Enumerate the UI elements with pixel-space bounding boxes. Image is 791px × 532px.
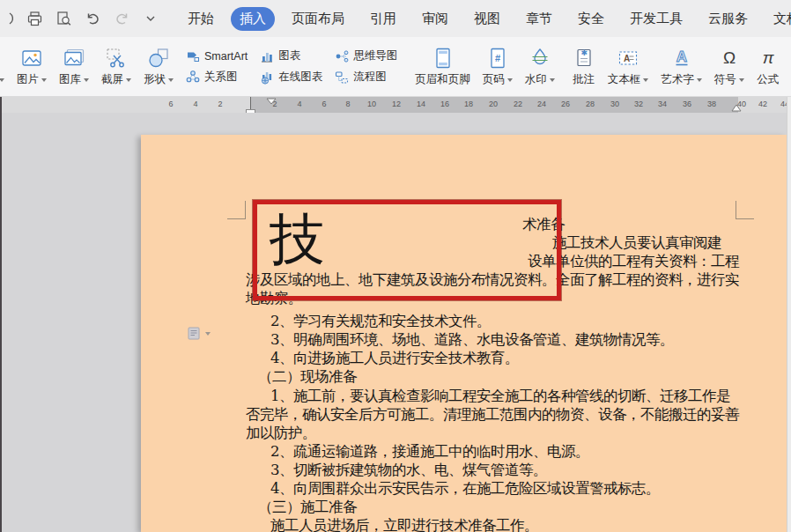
document-text-line: 1、施工前，要认真检查影响工程安全施工的各种管线的切断、迁移工作是 [270, 388, 730, 404]
document-text-line: 4、向周围群众出示安民告示，在施工危险区域设置警戒标志。 [270, 480, 660, 497]
tab-view[interactable]: 视图 [465, 7, 509, 31]
paragraph-layout-button[interactable] [187, 326, 211, 341]
document-text-line: 2、疏通运输道路，接通施工中的临时用水、电源。 [270, 443, 589, 460]
title-bar: 开始 插入 页面布局 引用 审阅 视图 章节 安全 开发工具 云服务 文档助手 [0, 0, 791, 37]
ruler-number: 6 [168, 100, 173, 108]
document-text-line: 施工技术人员要认真审阅建 [552, 234, 721, 251]
dropdown-caret-icon [0, 78, 4, 82]
ribbon-button-online-chart[interactable]: 在线图表 [260, 70, 322, 85]
ribbon-button-label: 艺术字 [661, 72, 694, 87]
document-text-line: 否完毕，确认安全后方可施工。清理施工范围内的物资、设备，不能搬迁的妥善 [246, 406, 739, 423]
ribbon-stack-chart: 图表 在线图表 [254, 37, 329, 96]
ribbon-button-screenshot[interactable]: 截屏 [95, 37, 137, 96]
tab-home[interactable]: 开始 [179, 7, 223, 31]
ruler-number: 4 [297, 100, 301, 108]
ribbon-button-label: 形状 [144, 72, 166, 87]
more-commands-icon[interactable] [142, 10, 159, 27]
ribbon-button-label: 截屏 [101, 72, 123, 87]
tab-section[interactable]: 章节 [517, 7, 561, 31]
ribbon-button-header-footer[interactable]: 页眉和页脚 [409, 37, 477, 96]
ribbon-button-label: 图库 [59, 72, 81, 87]
dropdown-caret-icon [205, 332, 211, 336]
ribbon-button-label: 图片 [17, 72, 39, 87]
document-text-line: 加以防护。 [246, 425, 316, 441]
watermark-icon [529, 46, 551, 70]
vertical-scrollbar[interactable] [787, 97, 791, 532]
print-icon[interactable] [26, 10, 43, 27]
ribbon-button-label: 批注 [573, 72, 595, 87]
ruler-number: 24 [537, 100, 546, 108]
tab-cloud-services[interactable]: 云服务 [699, 7, 757, 31]
screenshot-scissors-icon [105, 46, 128, 70]
menu-tab-bar: 开始 插入 页面布局 引用 审阅 视图 章节 安全 开发工具 云服务 文档助手 [179, 7, 791, 31]
ribbon-stack-mindmap: 思维导图 流程图 [329, 37, 403, 96]
ribbon-button-comment[interactable]: ✱ 批注 [566, 37, 602, 96]
gallery-icon [63, 46, 85, 70]
dropdown-caret-icon [126, 78, 131, 82]
ribbon-button-flowchart[interactable]: 流程图 [335, 70, 397, 85]
page-number-icon: # [486, 46, 509, 70]
document-text-line: 3、切断被拆建筑物的水、电、煤气管道等。 [270, 462, 547, 478]
dropdown-caret-icon [739, 78, 744, 82]
ruler-number: 38 [707, 100, 716, 108]
tab-page-layout[interactable]: 页面布局 [283, 7, 353, 31]
ribbon-button-label: 水印 [525, 72, 547, 87]
svg-text:#: # [495, 53, 500, 63]
document-text-line: 施工人员进场后，立即进行技术准备工作。 [270, 517, 538, 532]
ribbon-button-wordart[interactable]: A 艺术字 [654, 37, 708, 96]
ribbon-button-text-box[interactable]: A 文本框 [602, 37, 655, 96]
ruler-number: 12 [392, 100, 401, 108]
svg-text:✱: ✱ [580, 48, 588, 57]
document-text-line: 2、学习有关规范和安全技术文件。 [270, 313, 491, 329]
ruler-number: 22 [514, 100, 522, 108]
ribbon-button-chart[interactable]: 图表 [260, 48, 322, 63]
tab-insert[interactable]: 插入 [231, 7, 275, 31]
document-text-line: （二）现场准备 [258, 368, 357, 385]
undo-icon[interactable] [84, 10, 101, 27]
tab-security[interactable]: 安全 [569, 7, 613, 31]
clipped-icon[interactable] [0, 10, 14, 27]
ribbon-button-watermark[interactable]: 水印 [519, 37, 561, 96]
ribbon-button-mindmap[interactable]: 思维导图 [335, 48, 397, 63]
first-line-indent-marker[interactable] [266, 98, 277, 105]
ribbon-button-smartart[interactable]: SmartArt [186, 49, 248, 63]
text-box-icon: A [617, 46, 639, 70]
ruler-number: 18 [464, 100, 473, 108]
red-annotation-rectangle[interactable] [253, 200, 561, 300]
tab-developer-tools[interactable]: 开发工具 [621, 7, 691, 31]
dropdown-caret-icon [643, 78, 648, 82]
ruler-number: 10 [367, 100, 376, 108]
ribbon-button-table[interactable]: 表格 [0, 37, 11, 96]
tab-review[interactable]: 审阅 [413, 7, 457, 31]
horizontal-ruler: 6 4 2 2 4 6 8 10 12 14 16 18 20 22 24 26… [0, 97, 791, 113]
ruler-number: 32 [634, 100, 643, 108]
right-indent-marker[interactable] [731, 104, 742, 112]
svg-text:π: π [762, 48, 774, 67]
dropdown-caret-icon [168, 78, 174, 82]
ribbon-button-label: 流程图 [353, 70, 387, 85]
ribbon-button-gallery[interactable]: 图库 [53, 37, 95, 96]
ribbon-button-formula[interactable]: π 公式 [750, 37, 786, 96]
ruler-number: 2 [218, 100, 222, 108]
tab-references[interactable]: 引用 [361, 7, 405, 31]
ribbon-button-label: 公式 [757, 72, 779, 87]
ribbon-button-symbol[interactable]: Ω 符号 [708, 37, 750, 96]
ribbon-button-shapes[interactable]: 形状 [137, 37, 180, 96]
redo-icon[interactable] [113, 10, 130, 27]
ruler-number: 36 [683, 100, 691, 108]
comment-icon: ✱ [573, 46, 595, 70]
ribbon-button-label: 文本框 [608, 72, 641, 87]
formula-pi-icon: π [757, 46, 780, 70]
mindmap-icon [335, 49, 349, 63]
ruler-number: 34 [658, 100, 667, 108]
ribbon-button-picture[interactable]: 图片 [11, 37, 53, 96]
ribbon-button-page-number[interactable]: # 页码 [477, 37, 519, 96]
ribbon-button-label: 思维导图 [353, 48, 397, 63]
tab-document-assistant[interactable]: 文档助手 [765, 7, 791, 31]
ribbon-button-relation-diagram[interactable]: 关系图 [186, 70, 248, 85]
dropdown-caret-icon [507, 78, 513, 82]
svg-text:Ω: Ω [723, 48, 736, 67]
print-preview-icon[interactable] [55, 10, 72, 27]
ruler-number: 6 [322, 100, 326, 108]
ribbon-button-label: 页码 [483, 72, 505, 87]
